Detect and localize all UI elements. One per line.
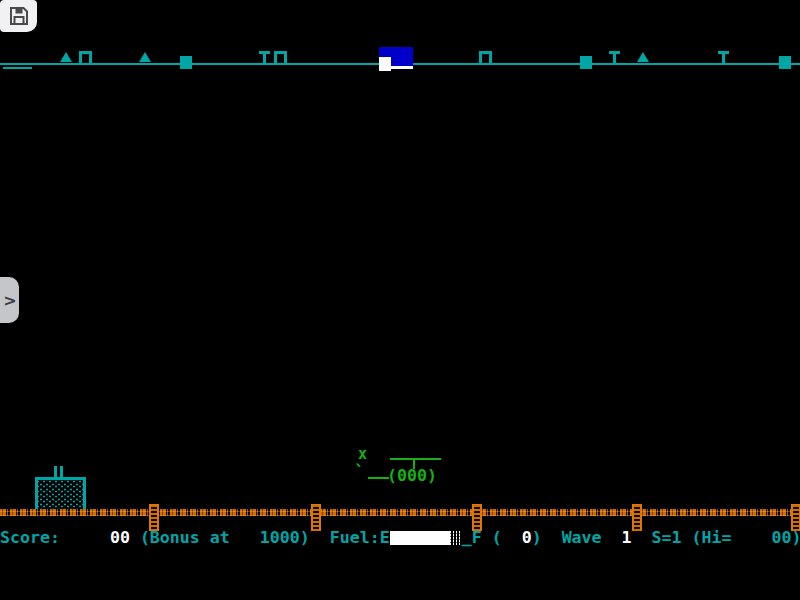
fuel-empty-segment: _ [462,528,472,547]
helicopter-tail-boom [368,477,389,479]
scanner-blip-tee [718,51,729,64]
ground-pillar [632,504,642,531]
wave-value: 1 [622,528,632,547]
player-helicopter: x ` (000) [350,446,450,488]
ground-pillar [149,504,159,531]
sidebar-toggle-button[interactable]: > [0,277,19,323]
helicopter-rotor-hub: x [358,446,367,462]
ground-strip [0,509,800,516]
scanner-blip-pi [79,51,92,64]
bonus-label: (Bonus at [130,528,260,547]
fuel-count-close: ) [532,528,562,547]
fuel-count-open: ( [482,528,522,547]
ships-and-hi-label: S=1 (Hi= [632,528,772,547]
ground-pillar [311,504,321,531]
ground-pillar [472,504,482,531]
score-value: 00 [110,528,130,547]
scanner-blip-pi [274,51,287,64]
scanner-player-white-box [379,57,391,71]
score-label: Score: [0,528,110,547]
ground-pillar [791,504,800,531]
scanner-blip-pi [479,51,492,64]
scanner-blip-triangle [139,52,151,62]
fuel-empty-letter: E [380,528,390,547]
scanner-blip-dash [3,67,32,69]
chevron-right-icon: > [3,291,16,310]
scanner-blip-tee [609,51,620,64]
hi-score-close: ) [791,528,800,547]
fuel-gauge-solid [390,531,450,545]
scanner-blip-tee [259,51,270,64]
scanner-player-underline [391,66,413,69]
fuel-depot [35,466,86,509]
hi-score-value: 00 [771,528,791,547]
bonus-value: 1000 [260,528,300,547]
depot-tank-fill-pattern [38,477,83,509]
save-button[interactable] [0,0,37,32]
scanner-blip-triangle [637,52,649,62]
game-screen: > x ` (000) Score: 00 (Bonus at 1000) Fu… [0,0,800,600]
scanner-blip-triangle [60,52,72,62]
fuel-count-value: 0 [522,528,532,547]
status-bar: Score: 00 (Bonus at 1000) Fuel:E_F ( 0) … [0,529,800,549]
fuel-gauge-dither [450,531,462,545]
helicopter-hook: ` [354,464,365,480]
fuel-gauge [390,531,462,545]
helicopter-rotor-blade [390,458,441,460]
helicopter-body: (000) [387,468,437,484]
fuel-full-letter: F [472,528,482,547]
floppy-disk-icon [9,6,29,26]
scanner-blip-square [180,56,192,69]
wave-label: Wave [562,528,622,547]
scanner-blip-square [779,56,791,69]
scanner-player-marker [379,47,413,71]
scanner-blip-square [580,56,592,69]
fuel-label: ) Fuel: [300,528,380,547]
